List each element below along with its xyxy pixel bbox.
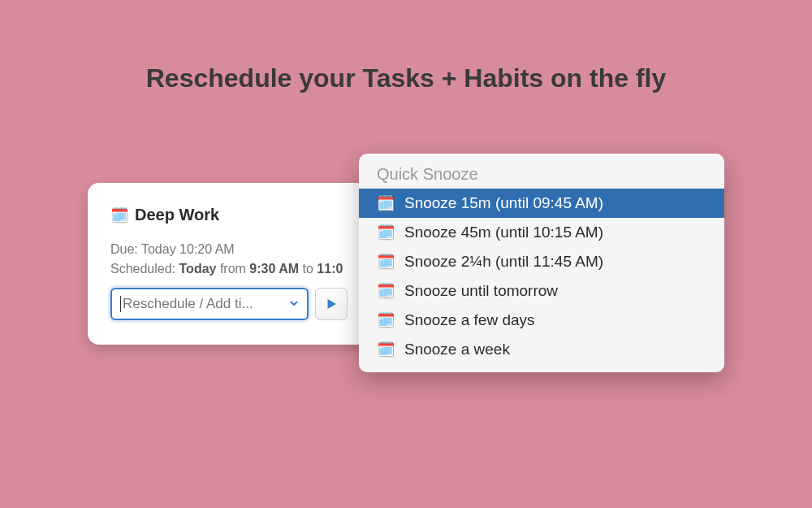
calendar-icon: 🗓️ — [377, 313, 395, 328]
page-heading: Reschedule your Tasks + Habits on the fl… — [0, 0, 812, 93]
calendar-icon: 🗓️ — [110, 208, 128, 223]
snooze-option[interactable]: 🗓️Snooze 15m (until 09:45 AM) — [359, 189, 724, 218]
calendar-icon: 🗓️ — [377, 342, 395, 357]
snooze-option-label: Snooze 45m (until 10:15 AM) — [404, 224, 603, 241]
scheduled-day: Today — [179, 262, 217, 276]
scheduled-end: 11:0 — [317, 262, 343, 276]
snooze-option[interactable]: 🗓️Snooze 45m (until 10:15 AM) — [359, 218, 724, 247]
scheduled-start: 9:30 AM — [249, 262, 299, 276]
scheduled-to: to — [299, 262, 317, 276]
task-title: Deep Work — [135, 206, 219, 224]
quick-snooze-popup: Quick Snooze 🗓️Snooze 15m (until 09:45 A… — [359, 154, 724, 372]
snooze-option[interactable]: 🗓️Snooze a few days — [359, 306, 724, 335]
reschedule-select[interactable]: Reschedule / Add ti... — [110, 288, 309, 320]
play-icon — [324, 297, 339, 311]
snooze-option[interactable]: 🗓️Snooze until tomorrow — [359, 276, 724, 306]
snooze-option-label: Snooze 2¼h (until 11:45 AM) — [404, 253, 603, 271]
snooze-option-label: Snooze a week — [404, 341, 510, 358]
start-button[interactable] — [315, 288, 348, 320]
calendar-icon: 🗓️ — [377, 225, 395, 240]
calendar-icon: 🗓️ — [377, 254, 395, 269]
chevron-down-icon — [289, 297, 299, 310]
popup-header: Quick Snooze — [359, 163, 724, 189]
snooze-option[interactable]: 🗓️Snooze 2¼h (until 11:45 AM) — [359, 247, 724, 276]
calendar-icon: 🗓️ — [377, 196, 395, 211]
text-cursor — [120, 296, 121, 312]
snooze-option[interactable]: 🗓️Snooze a week — [359, 335, 724, 364]
reschedule-placeholder: Reschedule / Add ti... — [123, 296, 284, 312]
snooze-option-label: Snooze until tomorrow — [404, 282, 558, 300]
calendar-icon: 🗓️ — [377, 284, 395, 298]
snooze-option-label: Snooze 15m (until 09:45 AM) — [404, 194, 603, 212]
scheduled-mid: from — [216, 262, 249, 276]
scheduled-prefix: Scheduled: — [110, 262, 179, 276]
snooze-option-label: Snooze a few days — [404, 311, 535, 329]
